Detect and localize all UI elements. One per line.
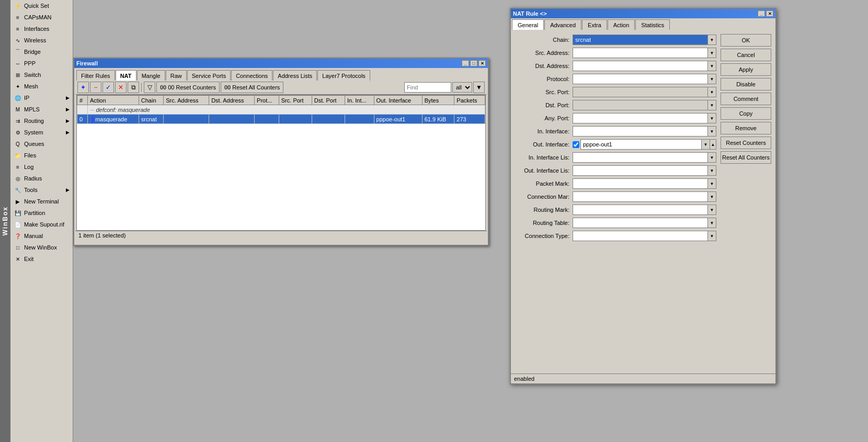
- copy-button[interactable]: Copy: [721, 107, 771, 120]
- out-interface-list-dropdown-btn[interactable]: ▼: [708, 165, 716, 176]
- sidebar-item-ip[interactable]: 🌐 IP ▶: [10, 92, 73, 104]
- nat-tab-extra[interactable]: Extra: [582, 19, 607, 30]
- in-interface-list-input[interactable]: [573, 152, 708, 163]
- disable-button[interactable]: ✕: [115, 82, 127, 93]
- tab-connections[interactable]: Connections: [231, 70, 272, 81]
- field-row-connection-type: Connection Type: ▼: [515, 230, 716, 242]
- reset-all-counters-button[interactable]: Reset All Counters: [721, 151, 771, 164]
- src-address-dropdown-btn[interactable]: ▼: [708, 48, 716, 58]
- sidebar-item-radius[interactable]: ◎ Radius: [10, 173, 73, 184]
- out-interface-list-input[interactable]: [573, 165, 708, 176]
- filter-button[interactable]: ▽: [144, 82, 155, 93]
- ok-button[interactable]: OK: [721, 34, 771, 47]
- routing-table-input[interactable]: [573, 218, 708, 228]
- out-interface-checkbox[interactable]: [573, 141, 579, 148]
- in-interface-input[interactable]: [573, 126, 708, 137]
- tab-service-ports[interactable]: Service Ports: [187, 70, 231, 81]
- sidebar-item-make-supout[interactable]: 📄 Make Supout.rif: [10, 219, 73, 230]
- sidebar-item-tools[interactable]: 🔧 Tools ▶: [10, 184, 73, 196]
- reset-counters-button[interactable]: Reset Counters: [721, 137, 771, 149]
- src-port-dropdown-btn[interactable]: ▼: [708, 87, 716, 97]
- in-interface-dropdown-btn[interactable]: ▼: [708, 126, 716, 137]
- sidebar-item-wireless[interactable]: ∿ Wireless: [10, 35, 73, 46]
- nat-close-button[interactable]: ✕: [766, 10, 773, 17]
- nat-tab-advanced[interactable]: Advanced: [544, 19, 581, 30]
- out-interface-up-btn[interactable]: ▲: [710, 139, 716, 150]
- tab-filter-rules[interactable]: Filter Rules: [76, 70, 115, 81]
- dst-address-input[interactable]: [573, 61, 708, 71]
- dst-address-dropdown-btn[interactable]: ▼: [708, 61, 716, 71]
- out-interface-dropdown-btn[interactable]: ▼: [702, 139, 710, 150]
- packet-mark-dropdown-btn[interactable]: ▼: [708, 178, 716, 189]
- sidebar-item-log[interactable]: ≡ Log: [10, 161, 73, 173]
- sidebar-item-new-terminal[interactable]: ▶ New Terminal: [10, 196, 73, 207]
- close-button[interactable]: ✕: [478, 60, 486, 66]
- sidebar-item-routing[interactable]: ⇉ Routing ▶: [10, 115, 73, 127]
- sidebar-item-exit[interactable]: ✕ Exit: [10, 253, 73, 265]
- search-button[interactable]: ▼: [473, 82, 485, 93]
- remove-button[interactable]: −: [90, 82, 101, 93]
- comment-button[interactable]: Comment: [721, 93, 771, 105]
- dst-port-input[interactable]: [573, 100, 708, 110]
- cancel-button[interactable]: Cancel: [721, 49, 771, 61]
- sidebar-item-queues[interactable]: Q Queues: [10, 138, 73, 150]
- sidebar-item-mpls[interactable]: M MPLS ▶: [10, 104, 73, 115]
- protocol-dropdown-btn[interactable]: ▼: [708, 74, 716, 84]
- tab-address-lists[interactable]: Address Lists: [273, 70, 317, 81]
- tab-nat[interactable]: NAT: [116, 70, 136, 81]
- cell-dst-address: [209, 115, 255, 124]
- sidebar-item-interfaces[interactable]: ≡ Interfaces: [10, 23, 73, 35]
- routing-mark-input[interactable]: [573, 205, 708, 215]
- sidebar-item-system[interactable]: ⚙ System ▶: [10, 127, 73, 138]
- any-port-dropdown-btn[interactable]: ▼: [708, 113, 716, 123]
- chain-dropdown-btn[interactable]: ▼: [708, 35, 716, 45]
- maximize-button[interactable]: □: [470, 60, 477, 66]
- disable-button[interactable]: Disable: [721, 78, 771, 90]
- routing-mark-dropdown-btn[interactable]: ▼: [708, 205, 716, 215]
- table-row[interactable]: ··· defconf: masquerade: [77, 105, 485, 115]
- sidebar-item-switch[interactable]: ⊞ Switch: [10, 69, 73, 81]
- reset-all-counters-button[interactable]: 00 Reset All Counters: [221, 82, 283, 93]
- sidebar-item-new-winbox[interactable]: □ New WinBox: [10, 242, 73, 253]
- protocol-input[interactable]: [573, 74, 708, 84]
- dst-port-dropdown-btn[interactable]: ▼: [708, 100, 716, 110]
- remove-button[interactable]: Remove: [721, 122, 771, 134]
- connection-type-input[interactable]: [573, 231, 708, 241]
- sidebar-item-quick-set[interactable]: ⚡ Quick Set: [10, 0, 73, 12]
- sidebar-item-manual[interactable]: ❓ Manual: [10, 230, 73, 242]
- connection-mark-dropdown-btn[interactable]: ▼: [708, 191, 716, 202]
- add-button[interactable]: +: [77, 82, 89, 93]
- search-select[interactable]: all: [452, 82, 472, 93]
- sidebar-item-files[interactable]: 📁 Files: [10, 150, 73, 161]
- connection-mark-input[interactable]: [573, 191, 708, 202]
- reset-counters-button[interactable]: 00 00 Reset Counters: [156, 82, 220, 93]
- chain-input[interactable]: [573, 35, 708, 45]
- enable-button[interactable]: ✓: [102, 82, 114, 93]
- table-row[interactable]: 0 ▐ masquerade srcnat pppoe-out1 61.9 Ki…: [77, 115, 485, 124]
- search-input[interactable]: [404, 82, 451, 93]
- minimize-button[interactable]: _: [462, 60, 469, 66]
- apply-button[interactable]: Apply: [721, 63, 771, 76]
- sidebar-item-mesh[interactable]: ✦ Mesh: [10, 81, 73, 92]
- out-interface-input[interactable]: [580, 139, 702, 150]
- src-address-input[interactable]: [573, 48, 708, 58]
- sidebar-item-ppp[interactable]: ↔ PPP: [10, 58, 73, 69]
- in-interface-list-dropdown-btn[interactable]: ▼: [708, 152, 716, 163]
- nat-tab-statistics[interactable]: Statistics: [635, 19, 670, 30]
- nat-tab-general[interactable]: General: [512, 19, 544, 30]
- sidebar-item-bridge[interactable]: ⌒ Bridge: [10, 46, 73, 58]
- packet-mark-input[interactable]: [573, 178, 708, 189]
- tab-mangle[interactable]: Mangle: [137, 70, 165, 81]
- nat-minimize-button[interactable]: _: [758, 10, 765, 17]
- system-arrow: ▶: [66, 130, 70, 135]
- connection-type-dropdown-btn[interactable]: ▼: [708, 231, 716, 241]
- src-port-input[interactable]: [573, 87, 708, 97]
- any-port-input[interactable]: [573, 113, 708, 123]
- tab-layer7-protocols[interactable]: Layer7 Protocols: [317, 70, 370, 81]
- tab-raw[interactable]: Raw: [166, 70, 187, 81]
- routing-table-dropdown-btn[interactable]: ▼: [708, 218, 716, 228]
- sidebar-item-partition[interactable]: 💾 Partition: [10, 207, 73, 219]
- nat-tab-action[interactable]: Action: [608, 19, 635, 30]
- sidebar-item-capsman[interactable]: ≡ CAPsMAN: [10, 12, 73, 23]
- copy-button[interactable]: ⧉: [128, 82, 139, 93]
